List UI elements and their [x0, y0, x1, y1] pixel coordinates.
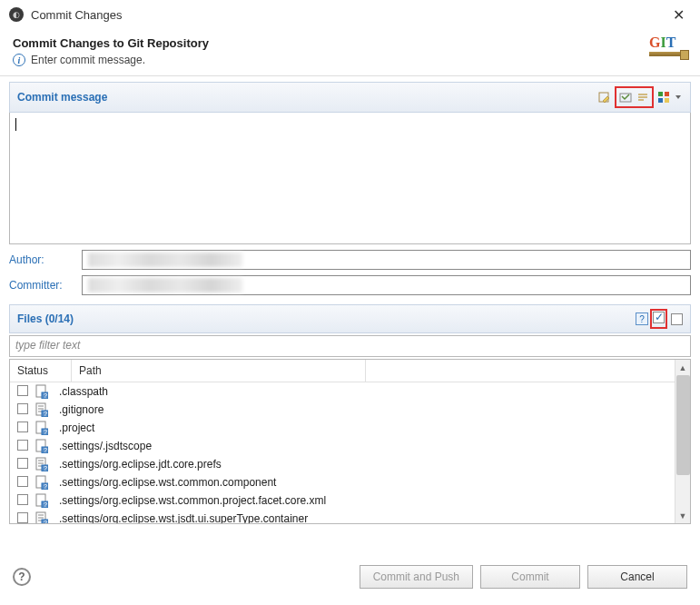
file-path: .gitignore	[54, 403, 675, 416]
file-path: .settings/org.eclipse.wst.common.compone…	[54, 476, 675, 489]
table-row[interactable]: ?.settings/org.eclipse.wst.common.compon…	[10, 473, 675, 491]
file-path: .settings/org.eclipse.wst.jsdt.ui.superT…	[54, 512, 675, 523]
file-icon: ?	[35, 384, 54, 399]
column-header-path[interactable]: Path	[72, 360, 366, 382]
author-input[interactable]	[82, 250, 691, 270]
table-row[interactable]: ?.settings/org.eclipse.wst.common.projec…	[10, 491, 675, 510]
scroll-up-icon[interactable]: ▲	[675, 360, 690, 375]
select-all-checkbox[interactable]	[653, 312, 665, 323]
dialog-title: Commit Changes to Git Repository	[13, 36, 687, 50]
show-untracked-checkbox[interactable]	[671, 313, 683, 325]
signed-off-icon[interactable]	[617, 89, 634, 105]
svg-text:?: ?	[44, 520, 47, 523]
file-icon: ?	[35, 439, 54, 453]
commit-and-push-button[interactable]: Commit and Push	[360, 565, 473, 589]
file-icon: ?	[35, 457, 54, 471]
git-logo: GIT	[649, 35, 687, 64]
cancel-button[interactable]: Cancel	[587, 565, 687, 589]
titlebar: ◐ Commit Changes ✕	[0, 0, 700, 29]
commit-button[interactable]: Commit	[480, 565, 580, 589]
filter-input[interactable]: type filter text	[9, 335, 691, 357]
svg-text:?: ?	[44, 465, 47, 471]
svg-text:?: ?	[44, 392, 47, 399]
scroll-down-icon[interactable]: ▼	[675, 508, 690, 523]
svg-text:?: ?	[44, 483, 47, 490]
table-row[interactable]: ?.project	[10, 419, 675, 437]
committer-label: Committer:	[9, 279, 76, 292]
svg-rect-4	[658, 98, 663, 103]
preferences-icon[interactable]	[656, 89, 672, 105]
files-section-header: Files (0/14) ?	[9, 304, 691, 333]
scroll-thumb[interactable]	[676, 375, 690, 475]
dialog-message: Enter commit message.	[31, 54, 145, 66]
row-checkbox[interactable]	[17, 403, 28, 414]
svg-text:?: ?	[44, 501, 47, 508]
file-path: .classpath	[54, 385, 675, 398]
file-path: .project	[54, 422, 675, 434]
svg-rect-2	[658, 92, 663, 96]
file-icon: ?	[35, 511, 54, 523]
dialog-header: Commit Changes to Git Repository i Enter…	[0, 29, 700, 76]
help-files-icon[interactable]: ?	[636, 312, 648, 325]
commit-message-section-header: Commit message	[9, 82, 691, 113]
svg-text:?: ?	[44, 447, 47, 453]
committer-input[interactable]	[82, 275, 691, 295]
column-header-spacer	[366, 360, 675, 382]
row-checkbox[interactable]	[17, 476, 28, 487]
file-path: .settings/.jsdtscope	[54, 440, 675, 452]
svg-text:?: ?	[44, 411, 47, 417]
file-path: .settings/org.eclipse.jdt.core.prefs	[54, 458, 675, 471]
info-icon: i	[13, 54, 25, 66]
eclipse-icon: ◐	[9, 7, 24, 22]
table-row[interactable]: ?.settings/org.eclipse.wst.jsdt.ui.super…	[10, 510, 675, 523]
svg-rect-3	[665, 92, 669, 96]
commit-message-input[interactable]	[9, 113, 691, 244]
column-header-status[interactable]: Status	[10, 360, 72, 382]
table-row[interactable]: ?.settings/.jsdtscope	[10, 437, 675, 455]
row-checkbox[interactable]	[17, 458, 28, 469]
window-title: Commit Changes	[31, 8, 665, 22]
file-icon: ?	[35, 475, 54, 490]
row-checkbox[interactable]	[17, 385, 28, 396]
help-button[interactable]: ?	[13, 568, 31, 586]
file-icon: ?	[35, 493, 54, 508]
row-checkbox[interactable]	[17, 512, 28, 523]
close-button[interactable]: ✕	[665, 5, 691, 24]
files-table: Status Path ?.classpath?.gitignore?.proj…	[9, 359, 691, 524]
change-id-icon[interactable]	[635, 89, 651, 105]
file-icon: ?	[35, 421, 54, 435]
svg-rect-5	[665, 98, 669, 103]
commit-message-label: Commit message	[17, 91, 596, 104]
author-label: Author:	[9, 253, 76, 266]
table-row[interactable]: ?.settings/org.eclipse.jdt.core.prefs	[10, 455, 675, 473]
dropdown-arrow-icon[interactable]	[674, 89, 683, 105]
amend-icon[interactable]	[596, 89, 613, 105]
row-checkbox[interactable]	[17, 422, 28, 432]
svg-text:?: ?	[44, 429, 47, 435]
vertical-scrollbar[interactable]: ▲ ▼	[675, 360, 690, 523]
file-icon: ?	[35, 402, 54, 417]
row-checkbox[interactable]	[17, 494, 28, 505]
table-row[interactable]: ?.classpath	[10, 382, 675, 401]
files-label: Files (0/14)	[17, 312, 636, 325]
table-row[interactable]: ?.gitignore	[10, 401, 675, 419]
file-path: .settings/org.eclipse.wst.common.project…	[54, 494, 675, 507]
row-checkbox[interactable]	[17, 440, 28, 451]
